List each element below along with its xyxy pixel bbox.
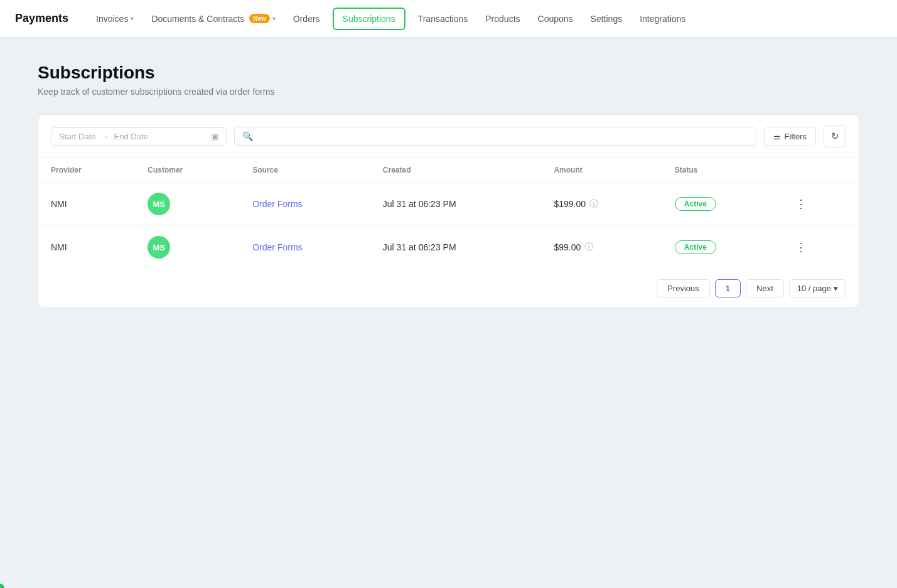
arrow-icon: → [101,132,109,141]
cell-source: Order Forms [240,226,370,269]
nav-item-products[interactable]: Products [478,0,527,37]
per-page-label: 10 / page [797,284,831,293]
more-menu-button[interactable]: ⋮ [790,195,812,213]
search-icon: 🔍 [242,131,253,141]
search-input[interactable] [258,132,748,141]
col-provider: Provider [38,158,135,183]
decoration-circle [0,584,4,588]
table-header: Provider Customer Source Created Amount … [38,158,859,183]
subscriptions-table: Provider Customer Source Created Amount … [38,158,859,269]
cell-amount: $99.00 ⓘ [541,226,662,269]
nav-item-label: Invoices [96,14,128,24]
info-icon[interactable]: ⓘ [584,242,593,253]
col-customer: Customer [135,158,240,183]
toolbar: Start Date → End Date ▣ 🔍 ⚌ Filters ↻ [38,115,859,158]
nav-item-label: Coupons [538,14,573,24]
cell-source: Order Forms [240,183,370,226]
status-badge: Active [675,197,716,211]
amount-value: $99.00 [554,242,581,252]
col-created: Created [370,158,542,183]
chevron-down-icon: ▾ [272,15,276,22]
table-body: NMI MS Order Forms Jul 31 at 06:23 PM $1… [38,183,859,269]
nav-item-documents-contracts[interactable]: Documents & Contracts New ▾ [144,0,282,37]
nav-item-coupons[interactable]: Coupons [530,0,581,37]
calendar-icon: ▣ [211,132,218,141]
page-1-button[interactable]: 1 [715,279,741,297]
cell-actions: ⋮ [778,183,859,226]
cell-provider: NMI [38,226,135,269]
cell-created: Jul 31 at 06:23 PM [370,183,542,226]
cell-customer: MS [135,226,240,269]
page-content: Subscriptions Keep track of customer sub… [0,38,897,333]
chevron-down-icon: ▾ [834,284,838,293]
date-range-picker[interactable]: Start Date → End Date ▣ [51,127,227,146]
cell-status: Active [662,183,778,226]
end-date-label: End Date [114,132,148,141]
cell-provider: NMI [38,183,135,226]
table-row: NMI MS Order Forms Jul 31 at 06:23 PM $1… [38,183,859,226]
col-actions [778,158,859,183]
source-link[interactable]: Order Forms [252,199,302,209]
filter-icon: ⚌ [773,132,781,141]
col-status: Status [662,158,778,183]
nav-items: Invoices ▾ Documents & Contracts New ▾ O… [89,0,693,37]
more-menu-button[interactable]: ⋮ [790,238,812,257]
per-page-selector[interactable]: 10 / page ▾ [789,279,846,297]
nav-item-label: Integrations [640,14,685,24]
table-row: NMI MS Order Forms Jul 31 at 06:23 PM $9… [38,226,859,269]
nav-item-orders[interactable]: Orders [286,0,328,37]
nav-item-integrations[interactable]: Integrations [632,0,693,37]
nav-item-label: Transactions [418,14,468,24]
cell-created: Jul 31 at 06:23 PM [370,226,542,269]
previous-button[interactable]: Previous [657,279,710,297]
subscriptions-table-card: Start Date → End Date ▣ 🔍 ⚌ Filters ↻ Pr [38,114,859,308]
new-badge: New [249,14,270,23]
col-source: Source [240,158,370,183]
nav-item-label: Subscriptions [343,14,395,24]
nav-item-settings[interactable]: Settings [583,0,630,37]
nav-item-label: Products [485,14,520,24]
filters-label: Filters [785,132,807,141]
info-icon[interactable]: ⓘ [589,198,598,210]
nav-item-label: Settings [591,14,623,24]
refresh-button[interactable]: ↻ [824,125,846,147]
status-badge: Active [675,240,716,254]
cell-amount: $199.00 ⓘ [541,183,662,226]
amount-value: $199.00 [554,199,586,209]
top-nav: Payments Invoices ▾ Documents & Contract… [0,0,897,38]
cell-customer: MS [135,183,240,226]
avatar: MS [148,236,170,259]
brand-logo: Payments [15,12,68,25]
filters-button[interactable]: ⚌ Filters [764,127,816,146]
nav-item-label: Documents & Contracts [151,14,244,24]
pagination: Previous 1 Next 10 / page ▾ [38,269,859,307]
avatar: MS [148,193,170,215]
next-button[interactable]: Next [746,279,784,297]
nav-item-subscriptions[interactable]: Subscriptions [333,8,406,30]
search-box: 🔍 [234,127,756,146]
nav-item-invoices[interactable]: Invoices ▾ [89,0,141,37]
cell-status: Active [662,226,778,269]
nav-item-label: Orders [293,14,320,24]
chevron-down-icon: ▾ [131,15,134,22]
source-link[interactable]: Order Forms [252,242,302,252]
start-date-label: Start Date [59,132,96,141]
page-title: Subscriptions [38,63,859,83]
nav-item-transactions[interactable]: Transactions [411,0,476,37]
page-subtitle: Keep track of customer subscriptions cre… [38,87,859,97]
col-amount: Amount [541,158,662,183]
cell-actions: ⋮ [778,226,859,269]
refresh-icon: ↻ [831,131,839,142]
table-header-row: Provider Customer Source Created Amount … [38,158,859,183]
